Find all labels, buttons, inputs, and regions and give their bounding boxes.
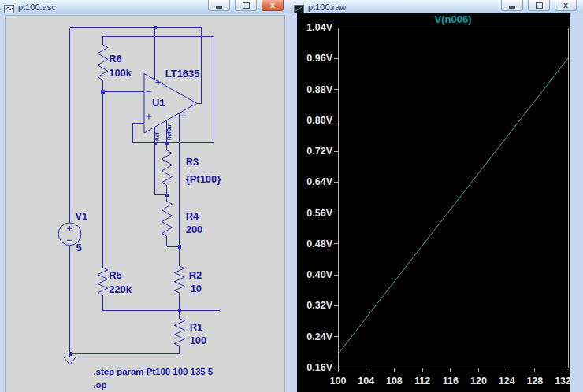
x-tick-label: 104 [358,375,374,386]
y-tick-label: 0.56V [306,208,332,219]
schematic-window-icon[interactable] [4,2,14,11]
waveform-window-title: pt100.raw [308,2,346,12]
x-tick-label: 112 [414,375,430,386]
plot-frame [338,28,568,368]
spice-directive-step[interactable]: .step param Pt100 100 135 5 [93,367,213,376]
label-R5-name[interactable]: R5 [109,269,122,281]
close-icon: x [270,2,275,9]
label-R4-value[interactable]: 200 [186,224,203,235]
resistor-R4-symbol[interactable] [162,202,172,237]
waveform-plot-frame: 1.04V0.96V0.88V0.80V0.72V0.64V0.56V0.48V… [290,13,583,392]
close-button[interactable]: x [262,0,284,11]
x-tick-label: 120 [470,375,487,386]
close-icon: x [563,2,568,9]
label-U1-part[interactable]: LT1635 [165,68,200,80]
label-R2-value[interactable]: 10 [191,283,202,294]
opamp-pin-label-ref: Ref [154,132,160,141]
restore-icon [243,2,250,9]
schematic-window-title: pt100.asc [18,2,56,12]
label-R3-name[interactable]: R3 [186,156,199,168]
close-button[interactable]: x [555,0,577,11]
y-tick-label: 0.80V [306,115,332,126]
schematic-titlebar[interactable]: pt100.asc x [0,0,290,13]
x-tick-label: 108 [386,375,403,386]
waveform-titlebar[interactable]: pt100.raw x [290,0,583,13]
label-R2-name[interactable]: R2 [189,269,202,281]
waveform-window: pt100.raw x 1.04V0.96V0.88V0.80V0.72V0.6… [290,0,583,392]
y-tick-label: 0.16V [306,362,332,373]
y-tick-label: 1.04V [306,22,332,33]
ground-symbol[interactable] [64,357,76,364]
y-tick-label: 0.40V [306,269,332,280]
y-tick-label: 0.96V [306,53,332,64]
resistor-R1-symbol[interactable] [174,319,184,346]
label-R6-value[interactable]: 100k [109,67,132,79]
x-tick-label: 124 [499,375,515,386]
y-tick-label: 0.32V [306,300,332,311]
waveform-plot[interactable]: 1.04V0.96V0.88V0.80V0.72V0.64V0.56V0.48V… [297,13,570,392]
schematic-window-controls: x [208,0,284,11]
resistor-R6-symbol[interactable] [98,45,108,80]
label-R1-value[interactable]: 100 [190,335,207,346]
y-tick-label: 0.64V [306,176,332,187]
label-R3-value[interactable]: {Pt100} [186,173,221,185]
restore-button[interactable] [528,0,550,11]
minimize-icon [509,6,515,9]
opamp-pin-label-refout: RefOut [166,123,172,140]
trace-Vn006[interactable] [338,38,570,354]
x-tick-label: 100 [330,375,347,386]
label-R6-name[interactable]: R6 [109,53,122,65]
x-tick-label: 128 [526,375,543,386]
resistor-R2-symbol[interactable] [174,266,184,293]
restore-icon [536,2,543,9]
y-tick-label: 0.24V [306,331,332,342]
waveform-window-controls: x [501,0,577,11]
label-V1-value[interactable]: 5 [76,242,81,253]
label-R5-value[interactable]: 220k [109,283,132,295]
x-tick-label: 116 [443,375,459,386]
schematic-canvas[interactable]: Ref RefOut R6 100k LT1635 [5,15,285,392]
label-R1-name[interactable]: R1 [190,321,202,333]
y-tick-label: 0.48V [306,239,332,250]
x-tick-label: 132 [555,375,570,386]
resistor-R5-symbol[interactable] [98,268,108,295]
label-R4-name[interactable]: R4 [186,210,199,222]
spice-directive-op[interactable]: .op [93,380,106,390]
trace-legend[interactable]: V(n006) [435,13,472,25]
label-V1-name[interactable]: V1 [76,210,88,222]
schematic-window: pt100.asc x [0,0,290,392]
minimize-button[interactable] [501,0,523,11]
minimize-icon [216,6,222,9]
minimize-button[interactable] [208,0,230,11]
label-U1-name[interactable]: U1 [152,97,165,109]
y-tick-label: 0.72V [306,146,332,157]
restore-button[interactable] [235,0,257,11]
schematic-canvas-frame: Ref RefOut R6 100k LT1635 [0,13,290,392]
waveform-window-icon[interactable] [294,2,304,11]
resistor-R3-symbol[interactable] [162,150,172,186]
y-tick-label: 0.88V [306,84,332,95]
